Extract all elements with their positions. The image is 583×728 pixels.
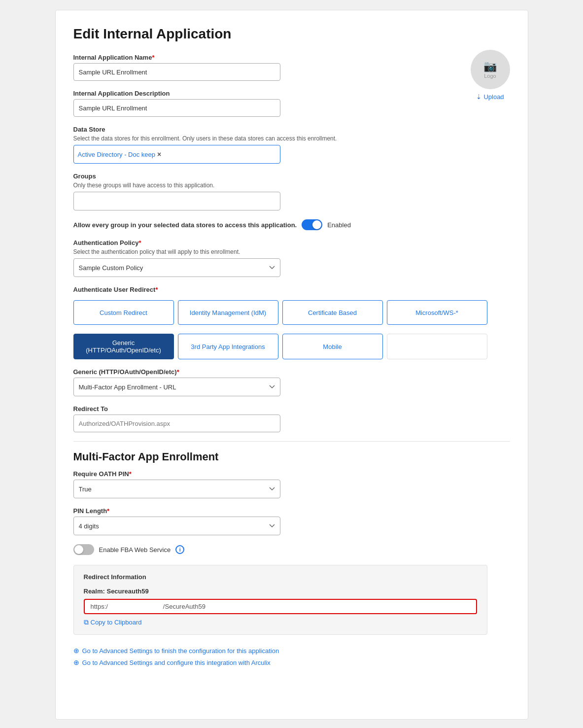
toggle-label: Allow every group in your selected data … <box>73 221 297 229</box>
pin-length-label: PIN Length* <box>73 507 510 515</box>
fba-label: Enable FBA Web Service <box>99 546 171 554</box>
app-name-required: * <box>152 54 154 61</box>
upload-button[interactable]: ⇣ Upload <box>476 93 504 101</box>
redirect-btn-3rdparty[interactable]: 3rd Party App Integrations <box>178 334 278 359</box>
groups-label: Groups <box>73 173 510 180</box>
mfa-section-heading: Multi-Factor App Enrollment <box>73 451 510 463</box>
toggle-switch[interactable] <box>302 219 322 230</box>
app-name-input[interactable] <box>73 63 280 81</box>
redirect-grid-row1: Custom Redirect Identity Management (IdM… <box>73 300 487 325</box>
data-store-label: Data Store <box>73 126 510 133</box>
auth-policy-label: Authentication Policy* <box>73 239 510 246</box>
auth-policy-select[interactable]: Sample Custom Policy <box>73 258 280 277</box>
main-card: Edit Internal Application 📷 Logo ⇣ Uploa… <box>55 10 528 720</box>
app-desc-input[interactable] <box>73 99 280 117</box>
groups-input[interactable] <box>73 192 280 210</box>
url-value: https:/ /SecureAuth59 <box>91 603 206 610</box>
auth-redirect-label: Authenticate User Redirect* <box>73 286 510 293</box>
redirect-btn-mobile[interactable]: Mobile <box>282 334 383 359</box>
toggle-row: Allow every group in your selected data … <box>73 219 510 230</box>
redirect-btn-custom[interactable]: Custom Redirect <box>73 300 174 325</box>
redirect-grid-row2: Generic (HTTP/OAuth/OpenID/etc) 3rd Part… <box>73 334 487 359</box>
copy-icon: ⧉ <box>84 618 89 626</box>
redirect-btn-idm[interactable]: Identity Management (IdM) <box>178 300 278 325</box>
generic-group: Generic (HTTP/OAuth/OpenID/etc)* Multi-F… <box>73 368 510 396</box>
auth-policy-sublabel: Select the authentication policy that wi… <box>73 248 510 255</box>
redirect-to-group: Redirect To <box>73 405 510 432</box>
data-store-group: Data Store Select the data stores for th… <box>73 126 510 164</box>
redirect-btn-cert[interactable]: Certificate Based <box>282 300 383 325</box>
data-store-tag-remove[interactable]: × <box>157 150 161 158</box>
upload-icon: ⇣ <box>476 93 481 101</box>
redirect-info-title: Redirect Information <box>84 573 477 581</box>
link2-icon: ⊕ <box>73 659 79 666</box>
link1-icon: ⊕ <box>73 647 79 655</box>
redirect-to-label: Redirect To <box>73 405 510 413</box>
pin-length-select[interactable]: 4 digits <box>73 517 280 535</box>
advanced-settings-link-1[interactable]: ⊕ Go to Advanced Settings to finish the … <box>73 647 510 655</box>
fba-info-icon[interactable]: i <box>175 545 184 554</box>
logo-area: 📷 Logo ⇣ Upload <box>471 50 510 101</box>
app-name-group: Internal Application Name* <box>73 54 510 81</box>
fba-row: Enable FBA Web Service i <box>73 544 510 555</box>
redirect-btn-empty <box>387 334 487 359</box>
advanced-settings-link-2[interactable]: ⊕ Go to Advanced Settings and configure … <box>73 659 510 666</box>
data-store-tag: Active Directory - Doc keep × <box>78 150 162 158</box>
groups-group: Groups Only these groups will have acces… <box>73 173 510 210</box>
redirect-btn-ms[interactable]: Microsoft/WS-* <box>387 300 487 325</box>
link2-text: Go to Advanced Settings and configure th… <box>82 659 271 666</box>
redirect-info-box: Redirect Information Realm: Secureauth59… <box>73 565 487 635</box>
link1-text: Go to Advanced Settings to finish the co… <box>82 647 279 655</box>
data-store-sublabel: Select the data stores for this enrollme… <box>73 135 510 142</box>
generic-label: Generic (HTTP/OAuth/OpenID/etc)* <box>73 368 510 376</box>
generic-select[interactable]: Multi-Factor App Enrollment - URL <box>73 378 280 396</box>
app-name-label: Internal Application Name* <box>73 54 510 61</box>
redirect-btn-generic[interactable]: Generic (HTTP/OAuth/OpenID/etc) <box>73 334 174 359</box>
oath-pin-select[interactable]: True <box>73 480 280 498</box>
groups-sublabel: Only these groups will have access to th… <box>73 182 510 189</box>
data-store-input[interactable]: Active Directory - Doc keep × <box>73 145 280 164</box>
camera-icon: 📷 <box>483 60 497 73</box>
logo-label: Logo <box>484 73 496 79</box>
app-desc-label: Internal Application Description <box>73 90 510 97</box>
auth-policy-group: Authentication Policy* Select the authen… <box>73 239 510 277</box>
page-title: Edit Internal Application <box>73 26 510 42</box>
copy-label: Copy to Clipboard <box>91 619 142 626</box>
app-desc-group: Internal Application Description <box>73 90 510 117</box>
oath-pin-label: Require OATH PIN* <box>73 470 510 478</box>
upload-label: Upload <box>483 93 504 101</box>
logo-circle: 📷 Logo <box>471 50 510 89</box>
toggle-status: Enabled <box>327 221 351 229</box>
oath-pin-group: Require OATH PIN* True <box>73 470 510 498</box>
redirect-to-input[interactable] <box>73 415 280 432</box>
copy-to-clipboard-button[interactable]: ⧉ Copy to Clipboard <box>84 618 477 626</box>
realm-label: Realm: Secureauth59 <box>84 588 477 595</box>
section-divider <box>73 441 510 442</box>
auth-redirect-group: Authenticate User Redirect* Custom Redir… <box>73 286 510 359</box>
footer-links: ⊕ Go to Advanced Settings to finish the … <box>73 647 510 666</box>
url-box: https:/ /SecureAuth59 <box>84 599 477 614</box>
fba-toggle[interactable] <box>73 544 94 555</box>
pin-length-group: PIN Length* 4 digits <box>73 507 510 535</box>
